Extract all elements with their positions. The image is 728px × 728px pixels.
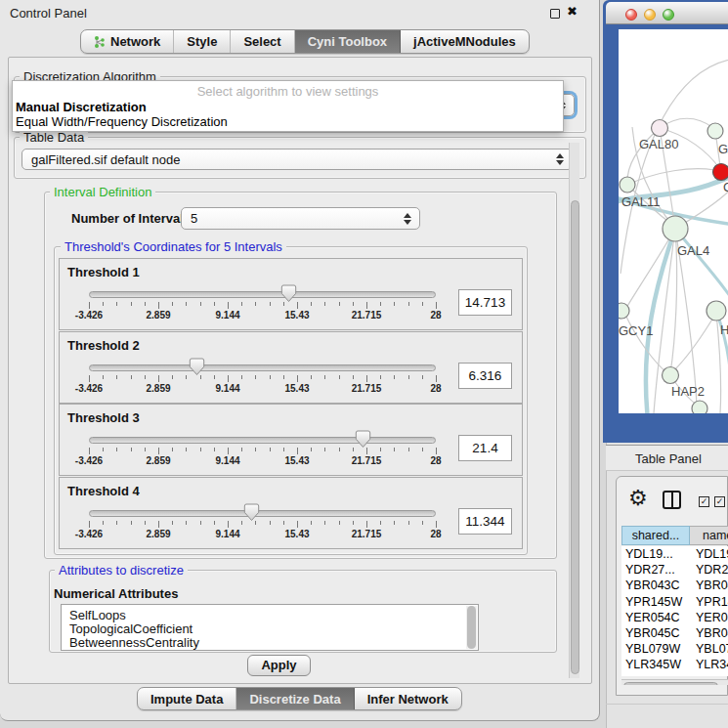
- split-columns-icon[interactable]: [663, 491, 681, 509]
- slider-tick-label: 28: [430, 310, 441, 321]
- slider-tick: [380, 375, 381, 379]
- numerical-attributes-list[interactable]: SelfLoopsTopologicalCoefficientBetweenne…: [61, 604, 479, 651]
- slider-tick: [380, 521, 381, 525]
- table-hscrollbar-thumb[interactable]: [623, 682, 718, 685]
- attributes-list-scrollbar[interactable]: [466, 606, 477, 649]
- network-edge-highlighted[interactable]: [675, 229, 728, 305]
- node-table-rows: YDL19...YDL19YDR27...YDR27YBR043CYBR04YP…: [621, 546, 728, 676]
- close-icon[interactable]: ✖: [567, 4, 578, 19]
- slider-tick: [408, 375, 409, 379]
- main-scrollbar[interactable]: [569, 143, 579, 678]
- network-node[interactable]: [619, 303, 629, 319]
- popup-option-equal-width[interactable]: Equal Width/Frequency Discretization: [16, 114, 228, 129]
- cell-name: YPR14: [696, 594, 728, 610]
- settings-gear-icon[interactable]: ⚙: [628, 486, 648, 510]
- table-row[interactable]: YBL079WYBL07: [621, 641, 728, 657]
- slider-tick: [297, 375, 298, 382]
- slider-track[interactable]: [89, 437, 436, 444]
- checkbox-checked-icon[interactable]: ✓: [714, 496, 725, 507]
- main-scrollbar-thumb[interactable]: [571, 200, 579, 674]
- table-row[interactable]: YBR043CYBR04: [621, 578, 728, 593]
- table-row[interactable]: YDL19...YDL19: [621, 546, 728, 562]
- slider-tick: [131, 448, 132, 451]
- network-node[interactable]: [707, 123, 723, 139]
- slider-tick: [353, 375, 354, 379]
- slider-tick: [366, 521, 367, 528]
- tab-discretize-data[interactable]: Discretize Data: [236, 688, 354, 709]
- slider-thumb[interactable]: [280, 284, 297, 307]
- cell-name: YBR04: [696, 578, 728, 593]
- slider-tick: [311, 302, 312, 306]
- slider-thumb[interactable]: [355, 430, 371, 452]
- threshold-value-field[interactable]: 11.344: [458, 508, 512, 535]
- slider-tick-label: 15.43: [284, 455, 309, 466]
- column-header-shared-name[interactable]: shared...: [621, 526, 690, 545]
- table-row[interactable]: YPR145WYPR14: [621, 594, 728, 610]
- tab-impute-data[interactable]: Impute Data: [138, 688, 236, 709]
- slider-tick-label: 21.715: [352, 383, 382, 394]
- slider-tick: [145, 302, 146, 306]
- slider-tick: [270, 375, 271, 379]
- threshold-value-field[interactable]: 6.316: [458, 363, 512, 389]
- network-node[interactable]: [663, 216, 688, 241]
- number-of-intervals-select[interactable]: 5: [181, 207, 420, 230]
- table-row[interactable]: YIL052CYIL05: [621, 673, 728, 677]
- network-node[interactable]: [707, 301, 726, 321]
- slider-tick-label: -3.426: [75, 310, 103, 321]
- network-node[interactable]: [713, 164, 728, 181]
- slider-tick: [324, 302, 325, 306]
- tab-style[interactable]: Style: [174, 30, 231, 53]
- slider-track[interactable]: [89, 291, 436, 298]
- cell-name: YER05: [696, 610, 728, 625]
- attribute-list-item[interactable]: TopologicalCoefficient: [62, 622, 478, 636]
- attribute-list-item[interactable]: BetweennessCentrality: [62, 636, 478, 650]
- slider-tick: [116, 375, 117, 379]
- close-traffic-light-icon[interactable]: [625, 9, 637, 21]
- slider-track[interactable]: [89, 510, 436, 517]
- column-header-name[interactable]: name: [690, 526, 728, 545]
- slider-tick: [283, 448, 284, 451]
- network-node[interactable]: [692, 401, 707, 413]
- network-window-titlebar[interactable]: [606, 2, 728, 24]
- table-row[interactable]: YER054CYER05: [621, 610, 728, 625]
- tab-select[interactable]: Select: [231, 30, 294, 53]
- popup-option-manual[interactable]: Manual Discretization: [16, 100, 147, 114]
- table-row[interactable]: YBR045CYBR04: [621, 625, 728, 641]
- tab-network[interactable]: Network: [81, 30, 174, 53]
- network-canvas[interactable]: GAL80GACGAL11GAL4GCY1HHAP2: [619, 29, 728, 413]
- attribute-list-item[interactable]: SelfLoops: [62, 609, 478, 622]
- network-edge[interactable]: [626, 229, 675, 308]
- checkbox-checked-icon[interactable]: ✓: [699, 496, 709, 507]
- threshold-value-field[interactable]: 21.4: [458, 435, 512, 461]
- slider-tick-label: 28: [430, 455, 441, 466]
- slider-thumb[interactable]: [189, 358, 205, 380]
- network-edge[interactable]: [627, 169, 714, 185]
- slider-tick-label: 2.859: [146, 529, 170, 539]
- slider-tick: [89, 302, 90, 309]
- network-node-label: H: [720, 322, 728, 337]
- float-window-icon[interactable]: [550, 9, 560, 19]
- network-node[interactable]: [652, 120, 668, 137]
- tab-infer-network[interactable]: Infer Network: [355, 688, 461, 709]
- network-node[interactable]: [663, 367, 679, 384]
- table-horizontal-scrollbar[interactable]: [621, 679, 728, 685]
- zoom-traffic-light-icon[interactable]: [663, 9, 674, 21]
- tab-jactivemnodules[interactable]: jActiveMNodules: [401, 30, 529, 53]
- network-edge[interactable]: [673, 313, 716, 371]
- tab-cyni-toolbox[interactable]: Cyni Toolbox: [295, 30, 401, 53]
- table-data-select[interactable]: galFiltered.sif default node: [21, 149, 573, 170]
- slider-tick-label: -3.426: [75, 529, 103, 539]
- top-tab-bar: NetworkStyleSelectCyni ToolboxjActiveMNo…: [80, 29, 530, 54]
- threshold-value-field[interactable]: 14.713: [458, 289, 512, 316]
- slider-track[interactable]: [89, 364, 436, 371]
- network-edge[interactable]: [670, 229, 677, 373]
- numerical-attributes-label: Numerical Attributes: [54, 586, 178, 601]
- slider-thumb[interactable]: [243, 503, 260, 526]
- apply-button[interactable]: Apply: [247, 655, 311, 676]
- cell-name: YDL19: [696, 546, 728, 562]
- network-node[interactable]: [620, 177, 635, 193]
- table-row[interactable]: YLR345WYLR34: [621, 657, 728, 672]
- table-row[interactable]: YDR27...YDR27: [621, 562, 728, 578]
- control-panel: Control Panel ✖ NetworkStyleSelectCyni T…: [0, 0, 600, 721]
- minimize-traffic-light-icon[interactable]: [644, 9, 656, 21]
